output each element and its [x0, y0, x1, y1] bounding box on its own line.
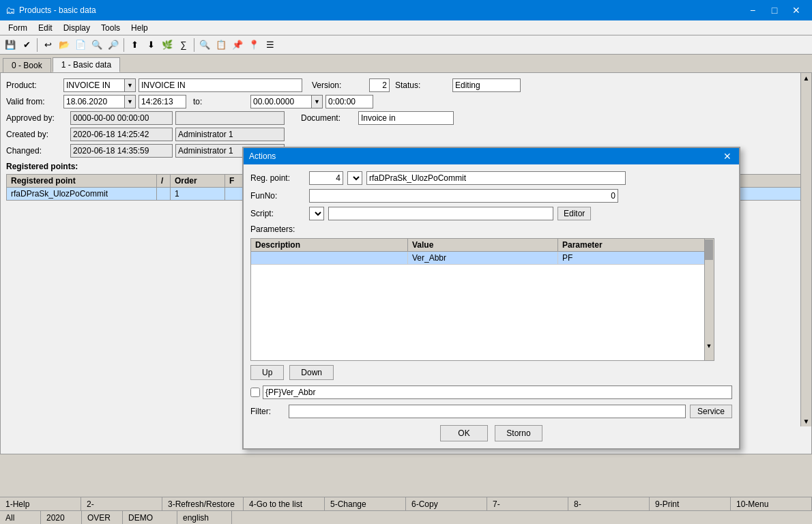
to-date-picker: ▼ — [250, 95, 323, 108]
valid-from-label: Valid from: — [6, 97, 61, 106]
document-input[interactable] — [358, 111, 454, 125]
new-button[interactable]: 📄 — [73, 38, 88, 53]
valid-from-date-input[interactable] — [63, 95, 125, 108]
status-4-goto[interactable]: 4-Go to the list — [244, 497, 325, 510]
params-table-row[interactable]: Ver_Abbr PF — [251, 252, 714, 265]
toolbar-btn-2[interactable]: ✔ — [19, 38, 34, 53]
up-arrow-button[interactable]: ⬆ — [127, 38, 142, 53]
formula-input[interactable] — [263, 385, 732, 399]
title-bar-controls: − □ ✕ — [742, 0, 807, 20]
toolbar-btn-15[interactable]: 📍 — [246, 38, 261, 53]
tab-book[interactable]: 0 - Book — [3, 58, 51, 72]
formula-row — [250, 385, 732, 399]
script-select[interactable]: ▼ — [309, 207, 324, 220]
main-scrollbar[interactable]: ▲ ▼ — [800, 73, 811, 426]
maximize-button[interactable]: □ — [764, 0, 785, 20]
status-label: Status: — [395, 81, 450, 90]
params-scroll-down[interactable]: ▼ — [704, 341, 714, 351]
status-1-help[interactable]: 1-Help — [0, 497, 81, 510]
parameters-row: Parameters: — [250, 224, 732, 234]
fun-no-label: FunNo: — [250, 191, 305, 201]
version-label: Version: — [312, 81, 366, 90]
script-label: Script: — [250, 209, 305, 218]
reg-point-select[interactable]: ▼ — [347, 171, 362, 185]
filter-input[interactable] — [289, 405, 686, 418]
status-7[interactable]: 7- — [487, 497, 568, 510]
up-down-row: Up Down — [250, 365, 732, 380]
tab-basic-data[interactable]: 1 - Basic data — [53, 57, 120, 72]
menu-display[interactable]: Display — [58, 20, 96, 35]
created-by-row: Created by: — [6, 128, 806, 141]
script-row: Script: ▼ Editor — [250, 207, 732, 220]
menu-tools[interactable]: Tools — [96, 20, 126, 35]
status-10-menu[interactable]: 10-Menu — [731, 497, 812, 510]
fun-no-input[interactable] — [309, 189, 618, 203]
service-button[interactable]: Service — [690, 405, 732, 418]
product-name-input[interactable] — [139, 78, 302, 92]
params-col-val-header: Value — [408, 239, 558, 251]
menu-form[interactable]: Form — [3, 20, 33, 35]
status-6-copy[interactable]: 6-Copy — [406, 497, 487, 510]
toolbar-btn-12[interactable]: 🔍 — [197, 38, 212, 53]
toolbar-btn-10[interactable]: 🌿 — [160, 38, 175, 53]
menu-edit[interactable]: Edit — [33, 20, 58, 35]
down-arrow-button[interactable]: ⬇ — [143, 38, 158, 53]
scroll-up-arrow[interactable]: ▲ — [802, 73, 811, 83]
ok-button[interactable]: OK — [440, 425, 488, 441]
storno-button[interactable]: Storno — [495, 425, 542, 441]
changed-label: Changed: — [6, 146, 68, 156]
status-8[interactable]: 8- — [568, 497, 650, 510]
reg-point-name-input[interactable] — [366, 171, 626, 185]
params-col-desc-header: Description — [251, 239, 408, 251]
approved-by-name-input — [175, 111, 285, 125]
formula-checkbox[interactable] — [250, 388, 260, 397]
params-scroll-thumb — [705, 239, 713, 260]
status-lang: english — [177, 511, 232, 524]
redo-button[interactable]: 📂 — [57, 38, 72, 53]
toolbar-btn-6[interactable]: 🔍 — [89, 38, 104, 53]
tabs: 0 - Book 1 - Basic data — [0, 55, 812, 72]
down-button[interactable]: Down — [289, 365, 334, 380]
status-demo: DEMO — [123, 511, 177, 524]
fun-no-row: FunNo: — [250, 189, 732, 203]
col-slash: / — [157, 175, 171, 187]
sum-button[interactable]: ∑ — [176, 38, 191, 53]
product-row: Product: ▼ Version: Status: — [6, 78, 806, 92]
toolbar-btn-14[interactable]: 📌 — [230, 38, 245, 53]
menu-list-button[interactable]: ☰ — [263, 38, 278, 53]
script-input[interactable] — [328, 207, 553, 220]
status-input[interactable] — [452, 78, 521, 92]
up-button[interactable]: Up — [250, 365, 284, 380]
to-date-input[interactable] — [250, 95, 312, 108]
toolbar-btn-13[interactable]: 📋 — [214, 38, 229, 53]
valid-from-time-input[interactable] — [139, 95, 186, 108]
menu-help[interactable]: Help — [126, 20, 154, 35]
save-button[interactable]: 💾 — [3, 38, 18, 53]
undo-button[interactable]: ↩ — [40, 38, 55, 53]
version-input[interactable] — [369, 78, 390, 92]
editor-button[interactable]: Editor — [557, 207, 591, 220]
product-label: Product: — [6, 81, 61, 90]
created-by-label: Created by: — [6, 130, 68, 139]
to-time-input[interactable] — [325, 95, 373, 108]
params-scrollbar[interactable]: ▼ — [704, 239, 714, 360]
product-type-input[interactable] — [63, 78, 125, 92]
dialog-close-button[interactable]: ✕ — [721, 150, 734, 162]
status-over: OVER — [82, 511, 123, 524]
valid-from-date-dropdown[interactable]: ▼ — [125, 95, 136, 108]
status-year: 2020 — [41, 511, 82, 524]
scroll-down-arrow[interactable]: ▼ — [802, 416, 811, 426]
toolbar-btn-7[interactable]: 🔎 — [106, 38, 121, 53]
status-2[interactable]: 2- — [81, 497, 162, 510]
status-3-refresh[interactable]: 3-Refresh/Restore — [162, 497, 244, 510]
minimize-button[interactable]: − — [742, 0, 763, 20]
status-5-change[interactable]: 5-Change — [325, 497, 406, 510]
reg-point-value-input[interactable] — [309, 171, 343, 185]
params-table: Description Value Parameter Ver_Abbr PF … — [250, 238, 714, 361]
reg-point-label: Reg. point: — [250, 173, 305, 183]
toolbar-separator-1 — [37, 38, 38, 52]
close-button[interactable]: ✕ — [786, 0, 807, 20]
to-date-dropdown[interactable]: ▼ — [312, 95, 323, 108]
status-9-print[interactable]: 9-Print — [650, 497, 731, 510]
product-type-dropdown[interactable]: ▼ — [125, 78, 136, 92]
